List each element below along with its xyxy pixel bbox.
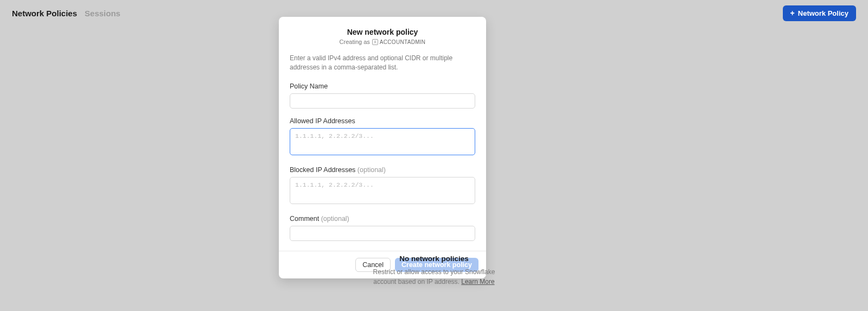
modal-body: New network policy Creating as ACCOUNTAD… (279, 17, 486, 251)
policy-name-input[interactable] (290, 93, 475, 109)
tabs: Network Policies Sessions (12, 9, 120, 18)
modal-title: New network policy (290, 28, 475, 36)
modal-subtitle: Creating as ACCOUNTADMIN (290, 39, 475, 45)
empty-desc-line1: Restrict or allow access to your Snowfla… (373, 268, 495, 276)
comment-label-text: Comment (290, 215, 319, 223)
empty-desc: Restrict or allow access to your Snowfla… (0, 267, 868, 287)
plus-icon: + (790, 9, 795, 17)
policy-name-label: Policy Name (290, 82, 475, 90)
field-policy-name: Policy Name (290, 82, 475, 109)
field-comment: Comment (optional) (290, 215, 475, 241)
role-icon (372, 39, 378, 45)
allowed-ip-input[interactable] (290, 128, 475, 155)
allowed-ip-label: Allowed IP Addresses (290, 117, 475, 125)
empty-desc-line2: account based on IP address. (373, 278, 459, 285)
blocked-ip-label-text: Blocked IP Addresses (290, 166, 355, 174)
tab-network-policies[interactable]: Network Policies (12, 9, 77, 18)
svg-point-0 (374, 41, 375, 42)
field-allowed-ip: Allowed IP Addresses (290, 117, 475, 157)
learn-more-link[interactable]: Learn More (461, 278, 494, 285)
modal-help-text: Enter a valid IPv4 address and optional … (290, 54, 475, 73)
new-network-policy-label: Network Policy (798, 9, 848, 17)
empty-title: No network policies (0, 255, 868, 263)
new-network-policy-button[interactable]: + Network Policy (783, 5, 856, 21)
comment-input[interactable] (290, 226, 475, 241)
role-badge: ACCOUNTADMIN (372, 39, 426, 45)
blocked-ip-input[interactable] (290, 177, 475, 204)
modal-subtitle-prefix: Creating as (340, 39, 370, 45)
blocked-ip-label: Blocked IP Addresses (optional) (290, 166, 475, 174)
blocked-ip-optional: (optional) (358, 166, 386, 174)
tab-sessions[interactable]: Sessions (85, 9, 120, 18)
field-blocked-ip: Blocked IP Addresses (optional) (290, 166, 475, 206)
empty-state: No network policies Restrict or allow ac… (0, 255, 868, 287)
comment-label: Comment (optional) (290, 215, 475, 223)
comment-optional: (optional) (321, 215, 349, 223)
role-name: ACCOUNTADMIN (380, 39, 426, 45)
new-network-policy-modal: New network policy Creating as ACCOUNTAD… (279, 17, 486, 278)
